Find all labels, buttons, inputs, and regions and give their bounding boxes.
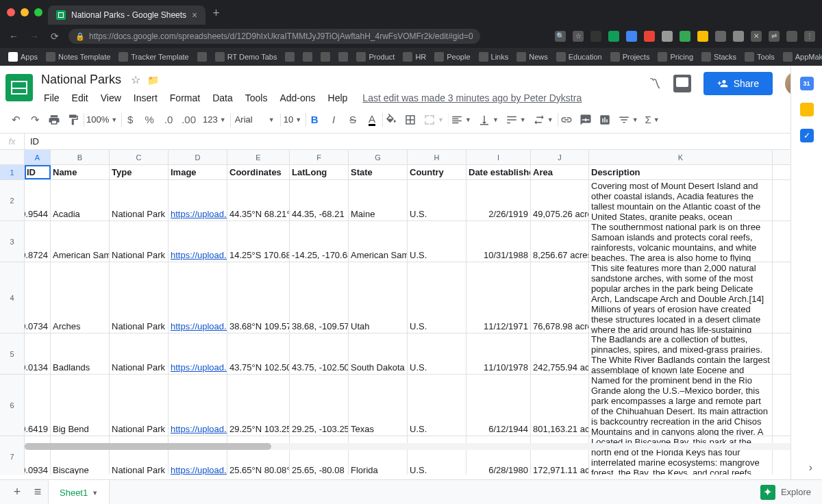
cell[interactable]: Florida [349,436,408,475]
cell[interactable]: https://upload.wi [169,180,227,220]
cell[interactable]: https://upload.wi [169,262,227,333]
last-edit-link[interactable]: Last edit was made 3 minutes ago by Pete… [362,90,582,106]
cell[interactable]: This site features more than 2,000 natur… [589,262,773,333]
cell[interactable]: National Park [110,333,169,374]
cell[interactable]: National Park [110,262,169,333]
menu-file[interactable]: File [38,90,65,106]
cell[interactable]: South Dakota [349,333,408,374]
explore-button[interactable]: ✦ Explore [749,481,822,504]
row-header[interactable]: 1 [0,165,25,179]
functions-button[interactable]: Σ▼ [643,110,662,129]
tab-close-icon[interactable]: × [192,10,197,21]
cell[interactable]: U.S. [408,375,466,436]
font-select[interactable]: Arial▼ [230,110,279,129]
row-header[interactable]: 2 [0,180,25,220]
apps-button[interactable]: Apps [8,52,38,62]
bookmark-item[interactable] [303,52,312,62]
row-header[interactable]: 6 [0,375,25,436]
cell[interactable]: 0.0134 [25,333,51,374]
column-header[interactable]: K [589,150,773,164]
cell[interactable]: 10/31/1988 [466,221,531,262]
paint-format-button[interactable] [64,110,82,129]
bookmark-item[interactable]: News [516,52,548,62]
ext-icon[interactable] [626,31,637,42]
cell[interactable]: Covering most of Mount Desert Island and… [589,180,773,220]
ext-icon[interactable] [733,31,744,42]
cell[interactable]: https://upload.wi [169,333,227,374]
ext-icon[interactable]: ☆ [573,31,584,42]
column-header[interactable]: H [408,150,466,164]
bookmark-item[interactable]: Stacks [701,52,736,62]
italic-button[interactable]: I [325,110,342,129]
filter-button[interactable]: ▼ [615,110,641,129]
bookmark-item[interactable]: Projects [610,52,650,62]
fill-color-button[interactable] [382,110,400,129]
cell[interactable]: 6/12/1944 [466,375,531,436]
cell[interactable]: 2/26/1919 [466,180,531,220]
ext-icon[interactable]: ⇌ [769,31,780,42]
bookmark-item[interactable] [338,52,348,62]
row-header[interactable]: 3 [0,221,25,262]
cell[interactable]: https://upload.wi [169,221,227,262]
cell[interactable]: 29.25°N 103.25°W [227,375,290,436]
cell[interactable]: 0.9544 [25,180,51,220]
menu-view[interactable]: View [95,90,127,106]
cell[interactable]: National Park [110,180,169,220]
menu-help[interactable]: Help [323,90,353,106]
cell[interactable]: Description [589,165,773,179]
reload-button[interactable]: ⟳ [48,31,62,42]
bookmark-item[interactable]: Tracker Template [119,52,188,62]
bookmark-item[interactable]: AppMaker [783,52,822,62]
star-icon[interactable]: ☆ [131,73,140,86]
cell[interactable]: Acadia [51,180,110,220]
bookmark-item[interactable]: Links [479,52,509,62]
bookmark-item[interactable]: RT Demo Tabs [215,52,277,62]
undo-button[interactable]: ↶ [7,110,25,129]
cell[interactable]: Texas [349,375,408,436]
side-panel-toggle[interactable]: › [809,462,812,474]
bookmark-item[interactable]: Education [556,52,602,62]
borders-button[interactable] [401,110,419,129]
document-title[interactable]: National Parks [38,71,124,88]
comments-icon[interactable] [673,75,691,92]
cell[interactable]: U.S. [408,221,466,262]
decrease-decimal-button[interactable]: .0 [160,110,177,129]
cell[interactable]: Type [110,165,169,179]
cell[interactable]: 11/10/1978 [466,333,531,374]
cell[interactable]: Country [408,165,466,179]
cell[interactable]: 38.68, -109.57 [290,262,349,333]
cell[interactable]: 38.68°N 109.57°W [227,262,290,333]
window-minimize[interactable] [21,8,29,16]
share-button[interactable]: Share [703,72,773,95]
cell[interactable]: National Park [110,436,169,475]
cell[interactable]: Badlands [51,333,110,374]
ext-icon[interactable] [662,31,673,42]
new-tab-button[interactable]: + [206,2,227,25]
row-header[interactable]: 5 [0,333,25,374]
bookmark-item[interactable]: HR [403,52,426,62]
percent-button[interactable]: % [140,110,158,129]
all-sheets-button[interactable]: ≡ [27,482,48,503]
cell[interactable]: 0.6419 [25,375,51,436]
cell[interactable]: Maine [349,180,408,220]
cell[interactable]: 14.25°S 170.68°W [227,221,290,262]
row-header[interactable]: 7 [0,436,25,475]
column-header[interactable]: B [51,150,110,164]
cell[interactable]: 43.75°N 102.50°W [227,333,290,374]
cell[interactable]: 172,971.11 acres [531,436,589,475]
bookmark-item[interactable]: Notes Template [46,52,110,62]
cell[interactable]: 25.65°N 80.08°W [227,436,290,475]
select-all-corner[interactable] [0,150,25,164]
menu-add-ons[interactable]: Add-ons [274,90,321,106]
cell[interactable]: Located in Biscayne Bay, this park at th… [589,436,773,475]
cell[interactable]: 0.0734 [25,262,51,333]
redo-button[interactable]: ↷ [26,110,44,129]
ext-icon[interactable] [644,31,655,42]
cell[interactable]: 44.35, -68.21 [290,180,349,220]
cell[interactable]: -14.25, -170.68 [290,221,349,262]
ext-icon[interactable]: 🔍 [555,31,566,42]
tasks-addon-icon[interactable] [800,129,814,142]
strikethrough-button[interactable]: S [344,110,362,129]
column-header[interactable]: J [531,150,589,164]
ext-icon[interactable] [680,31,690,42]
